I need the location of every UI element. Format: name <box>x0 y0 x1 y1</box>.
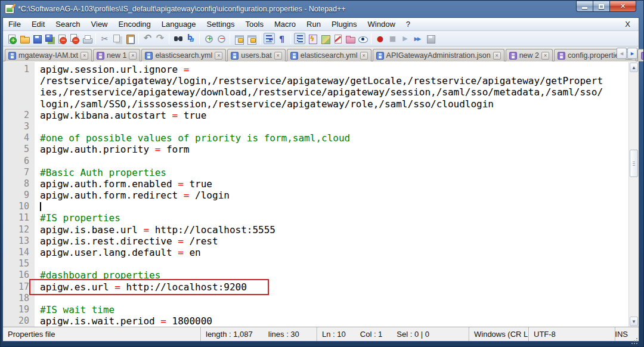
tab-mgateway-iam-txt[interactable]: mgateway-IAM.txt× <box>5 49 92 61</box>
vertical-scrollbar[interactable]: ▲ ▼ <box>628 62 639 327</box>
status-encoding[interactable]: UTF-8 <box>529 327 615 341</box>
save-all-icon[interactable] <box>44 33 55 44</box>
editor-line[interactable]: 15 <box>3 258 628 269</box>
close-button[interactable]: ✕ <box>610 1 636 12</box>
menu-file[interactable]: File <box>3 18 26 31</box>
toolbar-separator <box>371 33 371 44</box>
editor-line[interactable]: 5apigw.auth.priority = form <box>3 144 628 155</box>
editor-line[interactable]: 4#one of possible values of priority is … <box>3 132 628 144</box>
menu-macro[interactable]: Macro <box>269 18 301 31</box>
status-insert-mode[interactable]: INS <box>615 327 630 341</box>
macro-save-icon[interactable] <box>425 33 436 44</box>
scroll-up-icon[interactable]: ▲ <box>630 63 638 72</box>
tab-new-2[interactable]: new 2× <box>506 49 553 61</box>
close-tab-icon[interactable]: × <box>215 52 222 60</box>
editor-line[interactable]: ies,/restservice/apigateway/download,/re… <box>3 86 628 98</box>
menu-encoding[interactable]: Encoding <box>113 18 156 31</box>
editor-line[interactable]: 12apigw.is.base.url = http://localhost:5… <box>3 224 628 236</box>
editor-line[interactable]: 7#Basic Auth properties <box>3 167 628 178</box>
find-icon[interactable] <box>172 33 184 44</box>
close-tab-icon[interactable]: × <box>360 52 368 60</box>
new-file-icon[interactable] <box>6 33 17 44</box>
editor-line[interactable]: 20apigw.is.wait.period = 1800000 <box>3 315 628 327</box>
tab-scroll-right-button[interactable]: ▸ <box>627 48 637 59</box>
paste-icon[interactable] <box>124 33 135 44</box>
macro-run-multi-icon[interactable] <box>412 33 423 44</box>
document-switcher-icon[interactable] <box>332 33 343 44</box>
tab-new-1[interactable]: new 1× <box>93 49 140 61</box>
menu-window[interactable]: Window <box>363 18 401 31</box>
close-all-docs-icon[interactable] <box>69 33 80 44</box>
menu-edit[interactable]: Edit <box>26 18 50 31</box>
close-doc-icon[interactable] <box>56 33 67 44</box>
folder-as-workspace-icon[interactable] <box>344 33 355 44</box>
editor-line[interactable]: 8apigw.auth.form.enabled = true <box>3 178 628 190</box>
tab-label: APIGatewayAdministration.json <box>386 51 491 60</box>
close-tab-icon[interactable]: × <box>493 52 501 60</box>
replace-icon[interactable] <box>185 33 196 44</box>
menu-run[interactable]: Run <box>301 18 326 31</box>
editor-line[interactable]: login,/saml/SSO,/isssosession,/restservi… <box>3 98 628 110</box>
close-tab-icon[interactable]: × <box>80 52 88 60</box>
function-list-icon[interactable] <box>306 33 318 44</box>
equals-sign: = <box>114 281 120 293</box>
zoom-out-icon[interactable] <box>215 33 227 44</box>
tab-scroll-left-button[interactable]: ◂ <box>617 48 627 59</box>
monitoring-icon[interactable] <box>357 33 368 44</box>
tab-users-bat[interactable]: users.bat× <box>227 49 285 61</box>
save-icon[interactable] <box>31 33 42 44</box>
editor-line[interactable]: 9apigw.auth.form.redirect = /login <box>3 190 628 201</box>
sync-horizontal-icon[interactable] <box>246 33 257 44</box>
open-file-icon[interactable] <box>18 33 30 44</box>
editor-line[interactable]: 1apigw.session.url.ignore = <box>3 64 628 75</box>
editor-line[interactable]: 10 <box>3 201 628 212</box>
line-text <box>32 156 40 167</box>
tab-elasticsearch-yml[interactable]: elasticsearch.yml× <box>141 49 226 61</box>
editor-pane[interactable]: 1apigw.session.url.ignore =/restservice/… <box>3 61 639 327</box>
editor-line[interactable]: 11#IS properties <box>3 212 628 224</box>
editor-line[interactable]: 14apigw.user.lang.default = en <box>3 247 628 258</box>
menu-language[interactable]: Language <box>156 18 202 31</box>
menu-view[interactable]: View <box>86 18 113 31</box>
show-all-chars-icon[interactable] <box>276 33 287 44</box>
scrollbar-thumb[interactable] <box>630 150 638 177</box>
scroll-down-icon[interactable]: ▼ <box>630 317 638 326</box>
editor-line[interactable]: 3 <box>3 121 628 132</box>
tab-kibana-yml[interactable]: kibana.yml× <box>637 49 644 61</box>
tab-elasticsearch-yml[interactable]: elasticsearch.yml× <box>287 49 371 61</box>
resize-grip[interactable] <box>630 327 639 341</box>
editor-line[interactable]: 17apigw.es.url = http://localhost:9200 <box>3 281 628 293</box>
document-map-icon[interactable] <box>319 33 330 44</box>
cut-icon[interactable] <box>99 33 110 44</box>
menu-search[interactable]: Search <box>50 18 85 31</box>
tab-apigatewayadministration-json[interactable]: APIGatewayAdministration.json× <box>373 49 504 61</box>
redo-icon[interactable] <box>154 33 166 44</box>
editor-line[interactable]: 6 <box>3 156 628 167</box>
menu-settings[interactable]: Settings <box>202 18 240 31</box>
menu-plugins[interactable]: Plugins <box>326 18 363 31</box>
editor-line[interactable]: 19#IS wait time <box>3 304 628 315</box>
status-eol-format[interactable]: Windows (CR LF) <box>469 327 529 341</box>
undo-icon[interactable] <box>142 33 153 44</box>
macro-stop-icon[interactable] <box>387 33 398 44</box>
minimize-button[interactable] <box>576 1 593 12</box>
line-number: 11 <box>3 212 32 224</box>
close-tab-icon[interactable]: × <box>274 52 282 60</box>
maximize-button[interactable] <box>593 1 610 12</box>
indent-guide-icon[interactable] <box>294 33 305 44</box>
close-tab-icon[interactable]: × <box>541 52 549 60</box>
zoom-in-icon[interactable] <box>203 33 214 44</box>
menu-tools[interactable]: Tools <box>240 18 269 31</box>
sync-vertical-icon[interactable] <box>233 33 244 44</box>
macro-play-icon[interactable] <box>400 33 411 44</box>
word-wrap-icon[interactable] <box>264 33 275 44</box>
editor-line[interactable]: /restservice/apigateway/login,/restservi… <box>3 75 628 86</box>
editor-line[interactable]: 2apigw.kibana.autostart = true <box>3 110 628 121</box>
menu-help[interactable]: ? <box>401 18 416 31</box>
editor-line[interactable]: 13apigw.is.rest.directive = /rest <box>3 236 628 247</box>
menu-close-x[interactable]: X <box>617 20 639 29</box>
close-tab-icon[interactable]: × <box>129 52 137 60</box>
copy-icon[interactable] <box>112 33 123 44</box>
print-icon[interactable] <box>81 33 92 44</box>
macro-record-icon[interactable] <box>374 33 386 44</box>
